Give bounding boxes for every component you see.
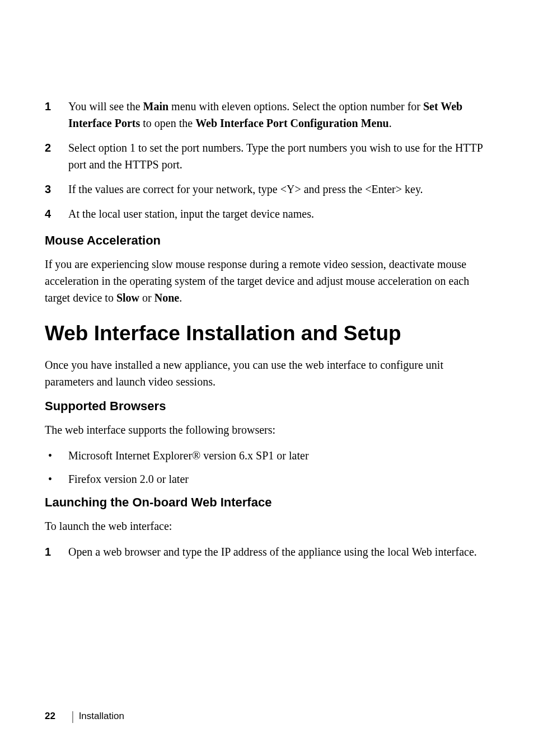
step-number: 2	[45, 139, 68, 173]
page-footer: 22 | Installation	[45, 710, 124, 722]
text-run: .	[179, 292, 182, 304]
browser-item: Microsoft Internet Explorer® version 6.x…	[68, 447, 309, 464]
web-interface-setup-heading: Web Interface Installation and Setup	[45, 322, 489, 345]
list-item: 3 If the values are correct for your net…	[45, 181, 489, 198]
list-item: 4 At the local user station, input the t…	[45, 205, 489, 222]
mouse-acceleration-heading: Mouse Acceleration	[45, 233, 489, 248]
footer-separator-icon: |	[71, 710, 74, 722]
text-run: .	[389, 117, 392, 129]
bold-text: Main	[143, 100, 169, 112]
step-body: Select option 1 to set the port numbers.…	[68, 139, 489, 173]
text-run: You will see the	[68, 100, 143, 112]
list-item: • Microsoft Internet Explorer® version 6…	[45, 447, 489, 464]
launch-intro: To launch the web interface:	[45, 518, 489, 534]
browser-item: Firefox version 2.0 or later	[68, 471, 189, 487]
bold-text: None	[154, 292, 179, 304]
step-body: You will see the Main menu with eleven o…	[68, 98, 489, 132]
text-run: menu with eleven options. Select the opt…	[168, 100, 423, 112]
launch-steps-list: 1 Open a web browser and type the IP add…	[45, 543, 489, 560]
web-interface-intro: Once you have installed a new appliance,…	[45, 356, 489, 390]
page-number: 22	[45, 711, 55, 722]
bold-text: Slow	[116, 292, 139, 304]
supported-browsers-intro: The web interface supports the following…	[45, 421, 489, 438]
text-run: to open the	[140, 117, 195, 129]
launching-web-interface-heading: Launching the On-board Web Interface	[45, 495, 489, 510]
step-body: At the local user station, input the tar…	[68, 205, 489, 222]
bullet-icon: •	[45, 447, 68, 464]
bullet-icon: •	[45, 471, 68, 487]
footer-section: Installation	[79, 711, 124, 722]
list-item: 2 Select option 1 to set the port number…	[45, 139, 489, 173]
text-run: If you are experiencing slow mouse respo…	[45, 258, 469, 304]
step-body: If the values are correct for your netwo…	[68, 181, 489, 198]
text-run: or	[139, 292, 154, 304]
step-number: 1	[45, 98, 68, 132]
bold-text: Web Interface Port Configuration Menu	[195, 117, 389, 129]
step-body: Open a web browser and type the IP addre…	[68, 543, 489, 560]
list-item: 1 Open a web browser and type the IP add…	[45, 543, 489, 560]
supported-browsers-heading: Supported Browsers	[45, 399, 489, 414]
step-number: 4	[45, 205, 68, 222]
list-item: 1 You will see the Main menu with eleven…	[45, 98, 489, 132]
step-number: 1	[45, 543, 68, 560]
mouse-acceleration-paragraph: If you are experiencing slow mouse respo…	[45, 256, 489, 306]
steps-list-1: 1 You will see the Main menu with eleven…	[45, 98, 489, 222]
list-item: • Firefox version 2.0 or later	[45, 471, 489, 487]
step-number: 3	[45, 181, 68, 198]
browsers-list: • Microsoft Internet Explorer® version 6…	[45, 447, 489, 487]
